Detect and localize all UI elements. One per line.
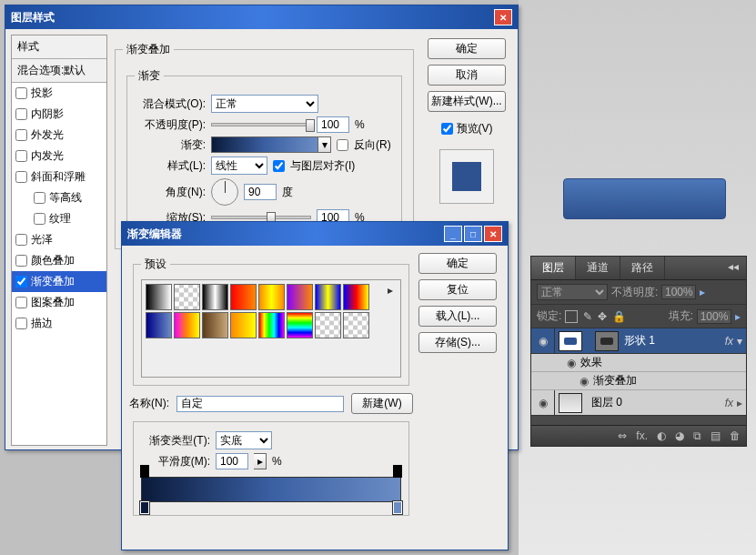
gradient-swatch[interactable] [211, 136, 318, 153]
preset-swatch[interactable] [174, 284, 200, 310]
preset-swatch[interactable] [258, 284, 285, 310]
fx-badge[interactable]: fx [725, 397, 733, 409]
visibility-icon[interactable]: ◉ [531, 328, 555, 353]
layer-effects-row[interactable]: ◉ 效果 [531, 354, 746, 372]
style-item-texture[interactable]: 纹理 [12, 208, 106, 229]
vector-mask-thumb[interactable] [595, 331, 619, 351]
layer-effect-gradient[interactable]: ◉ 渐变叠加 [531, 372, 746, 390]
fx-expand-icon[interactable]: ▸ [737, 397, 742, 409]
gradtype-select[interactable]: 实底 [216, 431, 272, 449]
fx-expand-icon[interactable]: ▾ [737, 335, 742, 348]
layer-name[interactable]: 形状 1 [624, 333, 725, 348]
ok-button[interactable]: 确定 [428, 38, 506, 59]
layer-thumb[interactable] [559, 393, 582, 413]
preset-swatch[interactable] [315, 312, 341, 338]
gradient-dropdown-icon[interactable]: ▾ [318, 136, 331, 153]
style-item-innerglow[interactable]: 内发光 [12, 146, 106, 166]
color-stop-left[interactable] [140, 501, 149, 514]
layer-name[interactable]: 图层 0 [591, 395, 725, 410]
style-check[interactable] [15, 276, 27, 288]
maximize-button[interactable]: □ [464, 226, 482, 242]
style-item-contour[interactable]: 等高线 [12, 187, 106, 208]
blend-mode-select[interactable]: 正常 [537, 284, 608, 300]
preset-swatch[interactable] [174, 312, 200, 338]
preset-swatch[interactable] [287, 312, 313, 338]
layer-row-shape1[interactable]: ◉ 形状 1 fx ▾ [531, 328, 746, 354]
fill-arrow-icon[interactable]: ▸ [735, 310, 741, 323]
preset-swatch[interactable] [343, 284, 369, 310]
new-layer-icon[interactable]: ▤ [711, 429, 721, 442]
tab-paths[interactable]: 路径 [620, 257, 665, 279]
minimize-button[interactable]: _ [444, 226, 462, 242]
lock-move-icon[interactable]: ✥ [598, 310, 607, 323]
color-stop-right[interactable] [393, 501, 402, 514]
ok-button[interactable]: 确定 [418, 253, 497, 274]
tab-layers[interactable]: 图层 [531, 257, 576, 279]
preset-swatch[interactable] [146, 312, 172, 338]
style-item-innershadow[interactable]: 内阴影 [12, 104, 106, 125]
cancel-button[interactable]: 取消 [428, 65, 506, 86]
style-check[interactable] [15, 255, 27, 267]
angle-input[interactable] [244, 184, 277, 200]
preview-checkbox[interactable] [441, 123, 453, 135]
style-check[interactable] [15, 129, 27, 141]
opacity-stop-left[interactable] [140, 465, 149, 478]
close-button[interactable]: ✕ [494, 9, 512, 25]
style-check[interactable] [34, 213, 45, 225]
link-layers-icon[interactable]: ⇔ [618, 429, 627, 442]
layer-mask-icon[interactable]: ◐ [657, 429, 666, 442]
delete-layer-icon[interactable]: 🗑 [730, 429, 741, 442]
style-item-dropshadow[interactable]: 投影 [12, 83, 106, 104]
styles-header[interactable]: 样式 [12, 35, 106, 59]
visibility-icon[interactable]: ◉ [562, 354, 580, 371]
style-check[interactable] [15, 87, 27, 99]
style-item-satin[interactable]: 光泽 [12, 229, 106, 250]
tab-channels[interactable]: 通道 [576, 257, 620, 279]
reset-button[interactable]: 复位 [418, 279, 497, 300]
style-item-bevel[interactable]: 斜面和浮雕 [12, 166, 106, 187]
opacity-arrow-icon[interactable]: ▸ [700, 286, 705, 298]
style-check[interactable] [15, 318, 27, 329]
preset-swatch[interactable] [146, 284, 172, 310]
align-checkbox[interactable] [273, 160, 285, 172]
lock-trans-icon[interactable] [565, 310, 578, 323]
name-input[interactable] [176, 396, 344, 412]
smooth-dropdown-icon[interactable]: ▸ [254, 453, 267, 469]
style-item-stroke[interactable]: 描边 [12, 313, 106, 334]
fill-value[interactable]: 100% [697, 309, 731, 324]
preset-swatch[interactable] [287, 284, 313, 310]
smooth-input[interactable] [216, 453, 248, 469]
preset-swatch[interactable] [343, 312, 369, 338]
style-select[interactable]: 线性 [211, 156, 267, 175]
opacity-slider[interactable] [211, 123, 311, 126]
adjustment-icon[interactable]: ◕ [675, 429, 684, 442]
style-check[interactable] [15, 171, 27, 183]
panel-menu-icon[interactable]: ◂◂ [721, 257, 746, 279]
preset-swatch[interactable] [230, 284, 257, 310]
save-button[interactable]: 存储(S)... [418, 332, 497, 353]
blend-options-header[interactable]: 混合选项:默认 [12, 59, 106, 83]
preset-swatch[interactable] [315, 284, 341, 310]
layer-row-bg[interactable]: ◉ 图层 0 fx ▸ [531, 390, 746, 416]
load-button[interactable]: 载入(L)... [418, 306, 497, 327]
titlebar[interactable]: 图层样式 ✕ [5, 5, 518, 29]
preset-menu-icon[interactable]: ▸ [384, 284, 397, 338]
new-style-button[interactable]: 新建样式(W)... [428, 91, 506, 112]
opacity-value[interactable]: 100% [661, 285, 696, 299]
opacity-input[interactable] [317, 116, 349, 133]
preset-swatch[interactable] [230, 312, 257, 338]
layer-fx-icon[interactable]: fx. [636, 429, 648, 442]
preset-swatch[interactable] [202, 312, 228, 338]
titlebar[interactable]: 渐变编辑器 _ □ ✕ [122, 222, 508, 246]
preset-swatch[interactable] [258, 312, 285, 338]
style-check[interactable] [15, 150, 27, 162]
opacity-stop-right[interactable] [393, 465, 402, 478]
style-check[interactable] [15, 234, 27, 246]
style-item-outerglow[interactable]: 外发光 [12, 125, 106, 146]
lock-all-icon[interactable]: 🔒 [612, 310, 626, 323]
gradient-bar[interactable] [141, 477, 401, 502]
new-button[interactable]: 新建(W) [351, 393, 413, 414]
reverse-checkbox[interactable] [337, 139, 348, 151]
style-item-gradientoverlay[interactable]: 渐变叠加 [12, 271, 106, 292]
close-button[interactable]: ✕ [484, 226, 502, 242]
